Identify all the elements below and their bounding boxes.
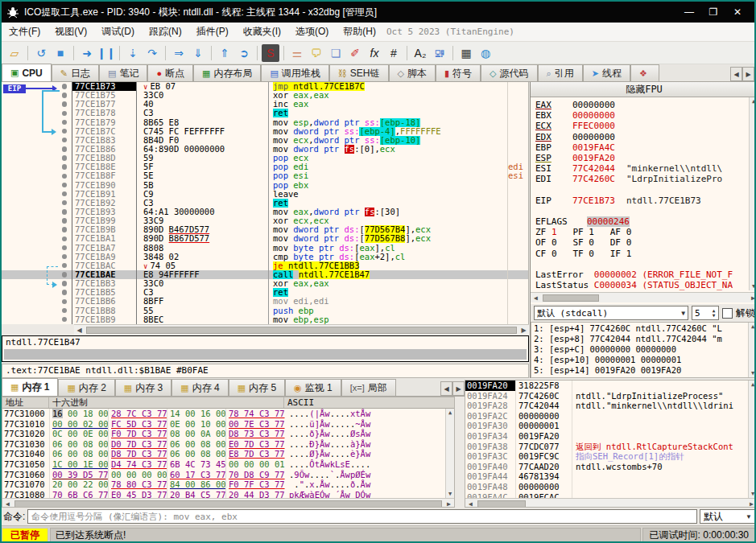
argument-row[interactable]: 4: [esp+10] 00000001 00000001 — [534, 355, 756, 365]
tab-locals[interactable]: [x=]局部 — [341, 379, 396, 396]
breakpoint-gutter[interactable] — [2, 297, 72, 306]
breakpoint-dot-icon[interactable] — [62, 209, 67, 214]
comment-icon[interactable]: 🗩 — [308, 44, 325, 62]
menu-6[interactable]: 选项(O) — [288, 23, 336, 41]
topmost-icon[interactable]: 🖳 — [431, 44, 448, 62]
breakpoint-dot-icon[interactable] — [62, 164, 67, 169]
tab-dump-1[interactable]: ▦内存 1 — [2, 378, 58, 396]
breakpoint-dot-icon[interactable] — [62, 299, 67, 304]
step-out-icon[interactable]: ⇓ — [189, 44, 207, 62]
breakpoint-dot-icon[interactable] — [62, 263, 67, 268]
memory-dump-pane[interactable]: 地址 十六进制 ASCII 77C3100016 00 18 0028 7C C… — [2, 397, 455, 508]
unlock-checkbox[interactable] — [722, 308, 733, 319]
disasm-row[interactable]: 77CE1BA78808mov byte ptr ds:[eax],cl — [2, 244, 528, 253]
tab-handles[interactable]: ❖ — [630, 64, 659, 81]
argument-row[interactable]: 5: [esp+14] 0019FA20 0019FA20 — [534, 365, 756, 376]
breakpoint-dot-icon[interactable] — [62, 290, 67, 294]
argument-row[interactable]: 3: [esp+C] 00000000 00000000 — [534, 344, 756, 355]
register-row[interactable] — [535, 206, 756, 216]
dump-row[interactable]: 77C3107020 00 22 0078 80 C3 7784 00 86 0… — [2, 479, 454, 490]
tab-threads[interactable]: ➤线程 — [583, 64, 630, 81]
tab-seh[interactable]: ⛓SEH链 — [329, 64, 389, 81]
menu-2[interactable]: 调试(D) — [94, 23, 142, 41]
maximize-button[interactable]: ❐ — [701, 6, 725, 18]
breakpoint-dot-icon[interactable] — [62, 227, 67, 232]
disasm-row[interactable]: 77CE1BB855push ebp — [2, 306, 528, 315]
menu-4[interactable]: 插件(P) — [189, 23, 236, 41]
menu-3[interactable]: 跟踪(N) — [142, 23, 189, 41]
breakpoint-dot-icon[interactable] — [62, 317, 67, 322]
registers-vscrollbar[interactable]: ▲▼ — [749, 97, 756, 290]
tab-cpu[interactable]: ▣CPU — [2, 64, 52, 81]
tab-scroll-left[interactable]: ◀ — [730, 67, 742, 81]
register-row[interactable]: CF 0 TF 0 IF 1 — [535, 249, 756, 259]
convention-select[interactable]: 默认 (stdcall)▼ — [534, 306, 688, 320]
step-into-icon[interactable]: ⇣ — [124, 44, 142, 62]
stack-row[interactable]: 0019FA340019FA20 — [465, 431, 756, 442]
breakpoint-dot-icon[interactable] — [62, 218, 67, 223]
tab-symbols[interactable]: ▮符号 — [436, 64, 481, 81]
breakpoint-gutter[interactable] — [2, 288, 72, 297]
breakpoint-dot-icon[interactable] — [62, 245, 67, 250]
breakpoint-gutter[interactable] — [2, 154, 72, 162]
breakpoint-dot-icon[interactable] — [62, 138, 67, 142]
tab-dump-5[interactable]: ▦内存 5 — [229, 379, 285, 396]
register-row[interactable]: EBX00000000 — [535, 110, 756, 121]
tab-scroll-left[interactable]: ◀ — [440, 381, 452, 396]
register-row[interactable] — [535, 185, 756, 195]
args-vscrollbar[interactable]: ▲▼ — [748, 323, 756, 377]
breakpoint-gutter[interactable] — [2, 100, 72, 109]
stack-row[interactable]: 0019FA3877CDC077返回到 ntdll.RtlCaptureStac… — [465, 442, 756, 452]
disasm-row[interactable]: 77CE1B8F5Epop esiesi — [2, 171, 528, 180]
tab-scroll-right[interactable]: ▶ — [452, 381, 465, 396]
breakpoint-gutter[interactable] — [2, 225, 72, 234]
breakpoint-dot-icon[interactable] — [62, 254, 67, 259]
register-row[interactable]: EIP77CE1B73ntdll.77CE1B73 — [535, 195, 756, 206]
breakpoint-gutter[interactable] — [2, 181, 72, 190]
patch-icon[interactable]: ⚌ — [288, 44, 306, 62]
argument-row[interactable]: 1: [esp+4] 77C4260C ntdll.77C4260C "L — [534, 323, 756, 334]
tab-dump-3[interactable]: ▦内存 3 — [115, 379, 171, 396]
breakpoint-dot-icon[interactable] — [62, 120, 67, 125]
disasm-row[interactable]: 77CE1BB98BECmov ebp,esp — [2, 315, 528, 324]
breakpoint-gutter[interactable] — [2, 315, 72, 324]
stack-row[interactable]: 0019FA4446781394 — [465, 471, 756, 482]
register-row[interactable]: EFLAGS00000246 — [535, 216, 756, 227]
register-row[interactable]: EDI77C4260C"LdrpInitializePro — [535, 174, 756, 184]
breakpoint-dot-icon[interactable] — [62, 93, 67, 97]
tab-references[interactable]: ⌕引用 — [538, 64, 583, 81]
stack-row[interactable]: 0019FA20318225F8 — [465, 381, 756, 391]
register-row[interactable]: EAX00000000 — [535, 100, 756, 110]
dump-vscrollbar[interactable]: ▲▼ — [445, 409, 454, 498]
breakpoint-gutter[interactable] — [2, 270, 72, 279]
minimize-button[interactable]: — — [677, 6, 701, 18]
command-profile-select[interactable]: 默认▼ — [700, 509, 756, 524]
register-row[interactable]: ECXFFEC0000 — [535, 121, 756, 131]
breakpoint-gutter[interactable] — [2, 216, 72, 225]
register-row[interactable]: EDX00000000 — [535, 132, 756, 142]
fx-icon[interactable]: fx — [366, 44, 383, 62]
run-trace-icon[interactable]: ⇒ — [170, 44, 188, 62]
tab-dump-4[interactable]: ▦内存 4 — [171, 379, 228, 396]
calculator-icon[interactable]: ▦ — [457, 44, 475, 62]
breakpoint-dot-icon[interactable] — [62, 237, 67, 241]
open-file-icon[interactable]: ▱ — [6, 44, 23, 62]
dump-row[interactable]: 77C310200C 00 0E 00F0 7D C3 7708 00 0A 0… — [2, 429, 454, 439]
tab-memory-map[interactable]: ▦内存布局 — [193, 64, 261, 81]
remove-breakpoints-icon[interactable]: ✐ — [346, 44, 364, 62]
register-row[interactable]: LastStatus C0000034 (STATUS_OBJECT_NA — [535, 280, 756, 290]
breakpoint-dot-icon[interactable] — [62, 174, 67, 179]
register-row[interactable]: EBP0019FA4C — [535, 142, 756, 153]
tab-call-stack[interactable]: ▤调用堆栈 — [261, 64, 328, 81]
menu-7[interactable]: 帮助(H) — [336, 23, 383, 41]
registers-pane[interactable]: 隐藏FPU EAX00000000EBX00000000ECXFFEC0000E… — [530, 82, 756, 378]
dump-row[interactable]: 77C3104006 00 08 00D8 7D C3 7706 00 08 0… — [2, 449, 454, 459]
command-input[interactable]: 命令使用逗号分隔 (像汇编语言): mov eax, ebx — [27, 509, 697, 524]
globe-icon[interactable]: ◍ — [477, 44, 494, 62]
breakpoint-dot-icon[interactable] — [62, 272, 67, 277]
tab-scroll-right[interactable]: ▶ — [742, 67, 754, 81]
breakpoint-dot-icon[interactable] — [62, 191, 67, 196]
stack-vscrollbar[interactable]: ▲▼ — [748, 381, 756, 498]
menu-1[interactable]: 视图(V) — [48, 23, 94, 41]
tab-source[interactable]: ◇源代码 — [481, 64, 537, 81]
